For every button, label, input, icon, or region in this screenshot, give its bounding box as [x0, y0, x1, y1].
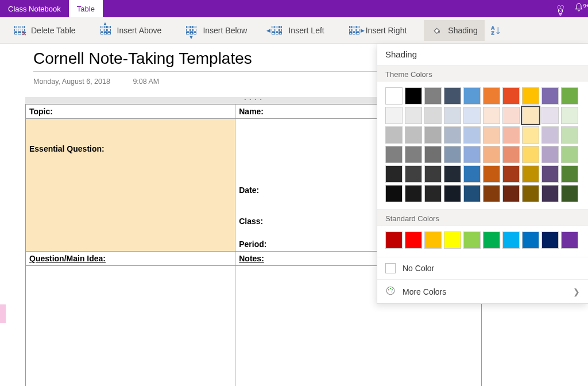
theme-swatch[interactable] — [463, 87, 481, 105]
theme-swatch[interactable] — [405, 87, 422, 105]
theme-swatch[interactable] — [502, 107, 520, 124]
theme-swatch[interactable] — [424, 107, 442, 124]
standard-swatch[interactable] — [385, 231, 403, 249]
theme-swatch[interactable] — [522, 165, 539, 183]
insert-above-icon: ▲ — [100, 25, 111, 36]
theme-swatch[interactable] — [522, 185, 539, 202]
theme-swatch[interactable] — [385, 107, 403, 124]
shaded-cell[interactable]: Essential Question: — [26, 119, 235, 252]
standard-swatch[interactable] — [444, 231, 461, 249]
label-essential-question: Essential Question: — [29, 144, 105, 153]
theme-swatch[interactable] — [405, 146, 422, 163]
theme-swatch[interactable] — [502, 165, 520, 183]
more-colors-label: More Colors — [403, 287, 446, 296]
theme-swatch-grid — [377, 82, 588, 209]
theme-swatch[interactable] — [424, 146, 442, 163]
theme-swatch[interactable] — [502, 126, 520, 144]
theme-swatch[interactable] — [561, 126, 578, 144]
section-tab-sliver[interactable] — [0, 304, 6, 323]
theme-swatch[interactable] — [463, 165, 481, 183]
standard-swatch[interactable] — [502, 231, 520, 249]
theme-swatch[interactable] — [522, 107, 539, 124]
theme-swatch[interactable] — [463, 146, 481, 163]
theme-swatch[interactable] — [522, 126, 539, 144]
theme-swatch[interactable] — [405, 107, 422, 124]
theme-swatch[interactable] — [385, 87, 403, 105]
theme-swatch[interactable] — [561, 87, 578, 105]
theme-swatch[interactable] — [541, 146, 559, 163]
theme-swatch[interactable] — [541, 165, 559, 183]
tab-table[interactable]: Table — [69, 0, 103, 17]
theme-swatch[interactable] — [444, 87, 461, 105]
insert-left-button[interactable]: ◀ Insert Left — [264, 20, 331, 41]
theme-swatch[interactable] — [385, 146, 403, 163]
theme-swatch[interactable] — [483, 107, 500, 124]
insert-below-icon: ▼ — [185, 25, 197, 36]
theme-swatch[interactable] — [541, 87, 559, 105]
insert-right-button[interactable]: ▶ Insert Right — [342, 20, 414, 41]
theme-swatch[interactable] — [405, 165, 422, 183]
lightbulb-icon[interactable]: ♡︎ — [551, 3, 570, 14]
shading-dropdown: Shading Theme Colors Standard Colors No … — [377, 44, 588, 304]
theme-swatch[interactable] — [561, 165, 578, 183]
theme-swatch[interactable] — [405, 185, 422, 202]
theme-swatch[interactable] — [541, 185, 559, 202]
standard-swatch[interactable] — [424, 231, 442, 249]
theme-swatch[interactable] — [463, 185, 481, 202]
insert-above-button[interactable]: ▲ Insert Above — [93, 20, 169, 41]
theme-swatch[interactable] — [483, 87, 500, 105]
theme-swatch[interactable] — [424, 87, 442, 105]
standard-swatch[interactable] — [405, 231, 422, 249]
delete-table-button[interactable]: ✕ Delete Table — [7, 20, 83, 41]
theme-swatch[interactable] — [424, 185, 442, 202]
theme-swatch[interactable] — [561, 185, 578, 202]
theme-swatch[interactable] — [444, 165, 461, 183]
shading-button[interactable]: Shading — [424, 20, 484, 41]
theme-swatch[interactable] — [405, 126, 422, 144]
no-color-icon — [385, 263, 396, 273]
theme-swatch[interactable] — [385, 126, 403, 144]
theme-swatch[interactable] — [541, 107, 559, 124]
delete-table-label: Delete Table — [31, 26, 76, 35]
standard-swatch[interactable] — [463, 231, 481, 249]
theme-swatch[interactable] — [385, 185, 403, 202]
theme-swatch[interactable] — [483, 185, 500, 202]
insert-below-button[interactable]: ▼ Insert Below — [179, 20, 254, 41]
theme-swatch[interactable] — [483, 165, 500, 183]
standard-colors-label: Standard Colors — [377, 209, 588, 226]
sort-button[interactable]: AZ — [486, 20, 506, 41]
standard-swatch[interactable] — [522, 231, 539, 249]
theme-swatch[interactable] — [502, 146, 520, 163]
theme-swatch[interactable] — [424, 165, 442, 183]
theme-swatch[interactable] — [561, 146, 578, 163]
theme-swatch[interactable] — [444, 146, 461, 163]
theme-swatch[interactable] — [444, 185, 461, 202]
insert-right-icon: ▶ — [349, 25, 360, 36]
tab-class-notebook[interactable]: Class Notebook — [0, 0, 69, 17]
page-title[interactable]: Cornell Note-Taking Templates — [33, 49, 378, 72]
theme-swatch[interactable] — [541, 126, 559, 144]
theme-swatch[interactable] — [463, 107, 481, 124]
palette-icon — [385, 285, 396, 298]
theme-swatch[interactable] — [385, 165, 403, 183]
standard-swatch[interactable] — [541, 231, 559, 249]
svg-point-5 — [392, 290, 393, 291]
theme-swatch[interactable] — [483, 126, 500, 144]
theme-swatch[interactable] — [522, 87, 539, 105]
no-color-button[interactable]: No Color — [377, 257, 588, 279]
standard-swatch[interactable] — [561, 231, 578, 249]
standard-swatch[interactable] — [483, 231, 500, 249]
bell-icon[interactable]: 9+ — [570, 3, 588, 14]
theme-swatch[interactable] — [502, 185, 520, 202]
theme-swatch[interactable] — [561, 107, 578, 124]
no-color-label: No Color — [403, 264, 434, 273]
theme-swatch[interactable] — [463, 126, 481, 144]
theme-swatch[interactable] — [444, 126, 461, 144]
page-time: 9:08 AM — [133, 78, 159, 86]
theme-swatch[interactable] — [502, 87, 520, 105]
theme-swatch[interactable] — [522, 146, 539, 163]
theme-swatch[interactable] — [483, 146, 500, 163]
theme-swatch[interactable] — [444, 107, 461, 124]
theme-swatch[interactable] — [424, 126, 442, 144]
more-colors-button[interactable]: More Colors ❯ — [377, 279, 588, 303]
